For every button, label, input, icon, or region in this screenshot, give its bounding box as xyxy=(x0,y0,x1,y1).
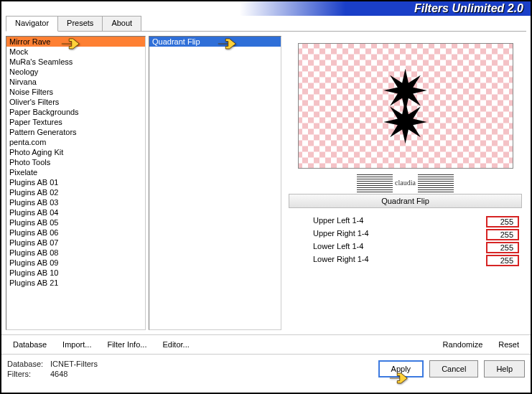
category-list[interactable]: Mirror RaveMockMuRa's SeamlessNeologyNir… xyxy=(6,36,146,330)
param-value[interactable]: 255 xyxy=(486,242,519,253)
list-item[interactable]: Mirror Rave xyxy=(6,37,145,47)
list-item[interactable]: Plugins AB 03 xyxy=(6,197,145,207)
list-item[interactable]: Photo Aging Kit xyxy=(6,147,145,157)
import-button[interactable]: Import... xyxy=(55,338,98,351)
list-item[interactable]: Plugins AB 05 xyxy=(6,217,145,228)
list-item[interactable]: Plugins AB 10 xyxy=(6,268,145,278)
list-item[interactable]: Pattern Generators xyxy=(6,127,145,137)
toolbar: Database Import... Filter Info... Editor… xyxy=(1,334,531,355)
footer-buttons: Apply Cancel Help xyxy=(378,360,525,377)
apply-button[interactable]: Apply xyxy=(378,360,424,377)
content-area: Mirror RaveMockMuRa's SeamlessNeologyNir… xyxy=(1,32,531,334)
list-item[interactable]: Plugins AB 21 xyxy=(6,278,145,288)
app-window: Filters Unlimited 2.0 Navigator Presets … xyxy=(0,0,532,394)
editor-button[interactable]: Editor... xyxy=(155,338,196,351)
list-item[interactable]: Paper Backgrounds xyxy=(6,107,145,117)
watermark: claudia xyxy=(284,174,526,191)
list-item[interactable]: Plugins AB 04 xyxy=(6,207,145,217)
list-item[interactable]: Photo Tools xyxy=(6,157,145,167)
list-item[interactable]: Pixelate xyxy=(6,167,145,177)
footer-info: Database:ICNET-Filters Filters:4648 xyxy=(7,359,98,380)
preview-graphic: ✷ ✷ xyxy=(381,72,429,141)
param-row: Upper Right 1-4255 xyxy=(313,228,519,241)
list-item[interactable]: Neology xyxy=(6,67,145,77)
param-value[interactable]: 255 xyxy=(486,255,519,266)
list-item[interactable]: Plugins AB 02 xyxy=(6,187,145,197)
param-label: Upper Right 1-4 xyxy=(313,229,369,240)
filters-label: Filters: xyxy=(7,369,50,379)
list-item[interactable]: Oliver's Filters xyxy=(6,97,145,107)
list-item[interactable]: Plugins AB 06 xyxy=(6,228,145,238)
list-item[interactable]: Plugins AB 09 xyxy=(6,258,145,268)
tab-navigator[interactable]: Navigator xyxy=(6,16,58,32)
randomize-button[interactable]: Randomize xyxy=(436,338,490,351)
list-item[interactable]: Nirvana xyxy=(6,77,145,87)
footer: Database:ICNET-Filters Filters:4648 Appl… xyxy=(1,355,531,384)
right-panel: ✷ ✷ claudia Quadrant Flip Upper Left 1-4… xyxy=(284,36,526,330)
tab-about[interactable]: About xyxy=(102,16,141,31)
list-item[interactable]: Plugins AB 08 xyxy=(6,248,145,258)
tab-strip: Navigator Presets About xyxy=(6,16,526,32)
param-row: Lower Left 1-4255 xyxy=(313,241,519,254)
help-button[interactable]: Help xyxy=(484,360,525,377)
title-bar: Filters Unlimited 2.0 xyxy=(1,1,531,16)
list-item[interactable]: Quadrant Flip xyxy=(149,37,281,47)
param-value[interactable]: 255 xyxy=(486,229,519,240)
param-label: Lower Left 1-4 xyxy=(313,242,363,253)
database-button[interactable]: Database xyxy=(6,338,54,351)
filter-info-button[interactable]: Filter Info... xyxy=(100,338,154,351)
list-item[interactable]: MuRa's Seamless xyxy=(6,57,145,67)
filters-value: 4648 xyxy=(50,370,67,378)
preview-image: ✷ ✷ xyxy=(298,43,513,169)
app-title: Filters Unlimited 2.0 xyxy=(414,1,523,16)
param-label: Upper Left 1-4 xyxy=(313,216,363,228)
params-panel: Upper Left 1-4255Upper Right 1-4255Lower… xyxy=(284,211,526,271)
param-row: Lower Right 1-4255 xyxy=(313,254,519,267)
list-item[interactable]: Paper Textures xyxy=(6,117,145,127)
filter-heading: Quadrant Flip xyxy=(289,194,522,208)
cancel-button[interactable]: Cancel xyxy=(429,360,478,377)
reset-button[interactable]: Reset xyxy=(491,338,526,351)
param-row: Upper Left 1-4255 xyxy=(313,215,519,228)
list-item[interactable]: Plugins AB 07 xyxy=(6,238,145,248)
list-item[interactable]: Mock xyxy=(6,47,145,57)
param-label: Lower Right 1-4 xyxy=(313,255,369,266)
param-value[interactable]: 255 xyxy=(486,216,519,228)
filter-list[interactable]: Quadrant Flip xyxy=(149,36,281,330)
db-label: Database: xyxy=(7,359,50,369)
list-item[interactable]: Noise Filters xyxy=(6,87,145,97)
list-item[interactable]: penta.com xyxy=(6,137,145,147)
tab-presets[interactable]: Presets xyxy=(57,16,103,31)
db-value: ICNET-Filters xyxy=(50,360,98,368)
list-item[interactable]: Plugins AB 01 xyxy=(6,177,145,187)
